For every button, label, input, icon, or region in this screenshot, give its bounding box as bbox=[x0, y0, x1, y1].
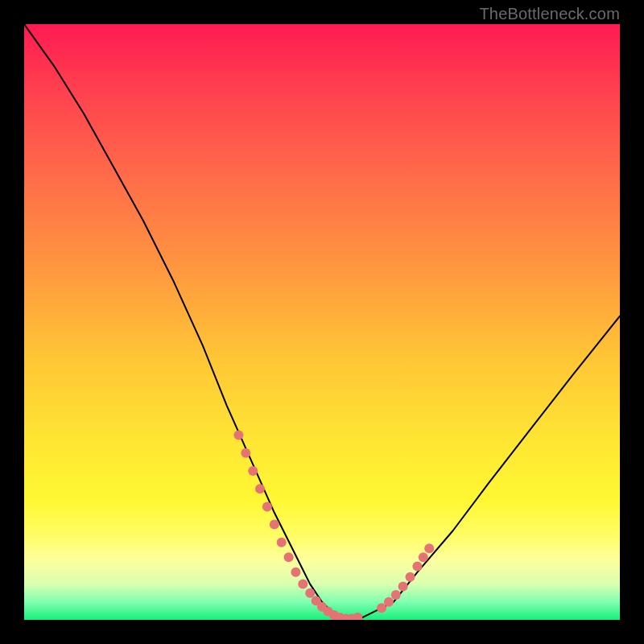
chart-frame: TheBottleneck.com bbox=[0, 0, 644, 644]
marker-dot bbox=[398, 582, 408, 592]
marker-dot bbox=[270, 520, 279, 530]
marker-dot bbox=[277, 538, 287, 547]
marker-dot bbox=[255, 484, 265, 493]
marker-dot bbox=[353, 613, 362, 620]
marker-dots bbox=[233, 431, 434, 620]
marker-dot bbox=[233, 431, 243, 440]
marker-dot bbox=[406, 572, 415, 582]
marker-dot bbox=[412, 561, 422, 571]
marker-dot bbox=[262, 502, 272, 511]
attribution-text: TheBottleneck.com bbox=[479, 5, 620, 23]
marker-dot bbox=[291, 568, 300, 577]
marker-dot bbox=[298, 580, 308, 589]
chart-svg bbox=[24, 24, 620, 620]
marker-dot bbox=[384, 597, 394, 607]
plot-area bbox=[24, 24, 620, 620]
marker-dot bbox=[424, 543, 434, 553]
marker-dot bbox=[391, 590, 401, 600]
marker-dot bbox=[284, 552, 294, 562]
marker-dot bbox=[241, 448, 250, 458]
bottleneck-curve bbox=[24, 24, 620, 620]
marker-dot bbox=[305, 588, 315, 598]
marker-dot bbox=[248, 466, 258, 476]
marker-dot bbox=[419, 552, 428, 562]
